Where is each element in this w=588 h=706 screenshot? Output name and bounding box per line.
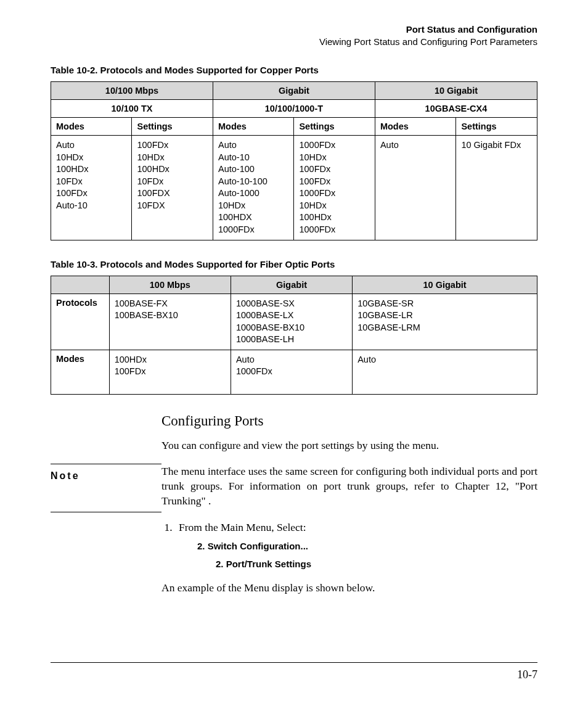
t1-cell-0: Auto 10HDx 100HDx 10FDx 100FDx Auto-10 xyxy=(51,136,132,240)
step-1: From the Main Menu, Select: 2. Switch Co… xyxy=(175,521,537,573)
footer-rule xyxy=(51,662,537,663)
page-number: 10-7 xyxy=(517,668,537,681)
t1-sub-0: 10/100 TX xyxy=(51,100,213,118)
t2-h1: 100 Mbps xyxy=(109,276,231,293)
t1-col-5: Settings xyxy=(456,118,537,136)
menu-lvl1: 2. Switch Configuration... xyxy=(197,538,537,556)
t1-group-2: 10 Gigabit xyxy=(375,82,537,100)
t2-r1-label: Modes xyxy=(51,350,110,394)
table1-caption: Table 10-2. Protocols and Modes Supporte… xyxy=(51,65,537,75)
t1-cell-4: Auto xyxy=(375,136,455,240)
section-heading: Configuring Ports xyxy=(161,413,537,429)
step-1-lead: From the Main Menu, Select: xyxy=(179,521,306,533)
t2-r1-c0: 100HDx 100FDx xyxy=(109,350,231,394)
t2-h0 xyxy=(51,276,110,293)
note-body: The menu interface uses the same screen … xyxy=(161,464,537,508)
section-closing: An example of the Menu display is shown … xyxy=(161,580,537,595)
t1-sub-2: 10GBASE-CX4 xyxy=(375,100,537,118)
section-intro: You can configure and view the port sett… xyxy=(161,438,537,453)
note-block: Note The menu interface uses the same sc… xyxy=(51,464,537,512)
t2-r0-c0: 100BASE-FX 100BASE-BX10 xyxy=(109,293,231,350)
t2-r1-c1: Auto 1000FDx xyxy=(231,350,352,394)
note-label: Note xyxy=(51,469,80,482)
header-subtitle: Viewing Port Status and Configuring Port… xyxy=(51,36,537,48)
menu-lvl2: 2. Port/Trunk Settings xyxy=(216,556,537,573)
table2-caption: Table 10-3. Protocols and Modes Supporte… xyxy=(51,259,537,269)
t2-r1-c2: Auto xyxy=(353,350,537,394)
t1-cell-1: 100FDx 10HDx 100HDx 10FDx 100FDX 10FDX xyxy=(132,136,213,240)
t1-col-4: Modes xyxy=(375,118,455,136)
t1-col-3: Settings xyxy=(294,118,375,136)
t1-cell-5: 10 Gigabit FDx xyxy=(456,136,537,240)
note-rule-bottom xyxy=(51,512,161,512)
t2-r0-c1: 1000BASE-SX 1000BASE-LX 1000BASE-BX10 10… xyxy=(231,293,352,350)
t2-h3: 10 Gigabit xyxy=(353,276,537,293)
t1-col-0: Modes xyxy=(51,118,132,136)
header-title: Port Status and Configuration xyxy=(51,23,537,36)
page-header: Port Status and Configuration Viewing Po… xyxy=(51,23,537,47)
t2-r0-c2: 10GBASE-SR 10GBASE-LR 10GBASE-LRM xyxy=(353,293,537,350)
note-rule-top xyxy=(51,464,161,464)
table-copper-ports: 10/100 Mbps Gigabit 10 Gigabit 10/100 TX… xyxy=(51,81,537,240)
t2-h2: Gigabit xyxy=(231,276,352,293)
t1-sub-1: 10/100/1000-T xyxy=(213,100,375,118)
t2-r0-label: Protocols xyxy=(51,293,110,350)
t1-group-1: Gigabit xyxy=(213,82,375,100)
t1-group-0: 10/100 Mbps xyxy=(51,82,213,100)
table-fiber-ports: 100 Mbps Gigabit 10 Gigabit Protocols 10… xyxy=(51,276,537,395)
t1-cell-3: 1000FDx 10HDx 100FDx 100FDx 1000FDx 10HD… xyxy=(294,136,375,240)
steps-list: From the Main Menu, Select: 2. Switch Co… xyxy=(161,521,537,573)
t1-cell-2: Auto Auto-10 Auto-100 Auto-10-100 Auto-1… xyxy=(213,136,293,240)
t1-col-2: Modes xyxy=(213,118,293,136)
t1-col-1: Settings xyxy=(132,118,213,136)
